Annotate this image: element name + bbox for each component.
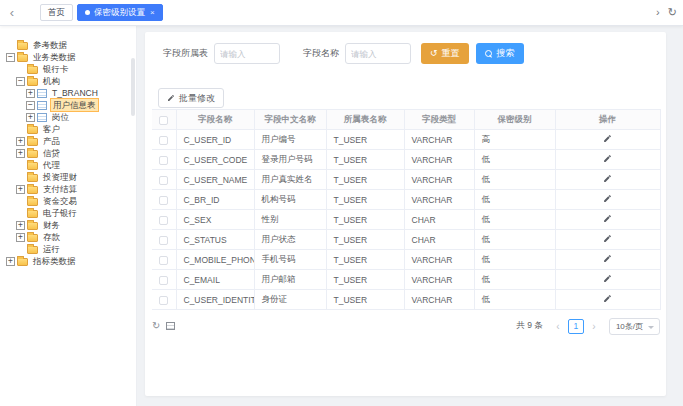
table-row: C_USER_CODE登录用户号码T_USERVARCHAR低: [152, 150, 660, 170]
tree-node-资金交易[interactable]: 资金交易: [0, 195, 136, 207]
tree-node-参考数据[interactable]: 参考数据: [0, 39, 136, 51]
table-cell: 低: [474, 210, 555, 230]
edit-row-icon[interactable]: [603, 174, 612, 183]
row-checkbox[interactable]: [159, 236, 168, 245]
tree-node-代理[interactable]: 代理: [0, 159, 136, 171]
collapse-icon[interactable]: −: [26, 101, 35, 110]
edit-row-icon[interactable]: [603, 154, 612, 163]
reset-button[interactable]: ↺ 重置: [421, 43, 469, 64]
tree-node-机构[interactable]: −机构: [0, 75, 136, 87]
table-icon: [37, 101, 47, 110]
search-button[interactable]: 搜索: [476, 43, 524, 64]
collapse-icon[interactable]: −: [6, 53, 15, 62]
active-dot-icon: [85, 10, 90, 15]
table-cell: 性别: [254, 210, 326, 230]
edit-row-icon[interactable]: [603, 134, 612, 143]
table-cell: 用户状态: [254, 230, 326, 250]
expand-icon[interactable]: +: [16, 149, 25, 158]
tree-node-label: 存款: [41, 231, 62, 243]
sidebar-scrollbar[interactable]: [131, 58, 135, 116]
tab-active[interactable]: 保密级别设置×: [77, 4, 163, 21]
table-cell: 用户编号: [254, 130, 326, 150]
expand-icon[interactable]: +: [6, 257, 15, 266]
table-cell: C_USER_IDENTITY: [176, 290, 254, 310]
field-name-input[interactable]: [345, 43, 411, 64]
tree-node-支付结算[interactable]: +支付结算: [0, 183, 136, 195]
row-checkbox[interactable]: [159, 136, 168, 145]
tree-node-产品[interactable]: +产品: [0, 135, 136, 147]
field-table-input[interactable]: [214, 43, 280, 64]
row-checkbox[interactable]: [159, 156, 168, 165]
tree-node-label: 财务: [41, 219, 62, 231]
folder-icon: [27, 126, 38, 134]
table-cell: VARCHAR: [404, 290, 474, 310]
expand-icon[interactable]: +: [26, 89, 35, 98]
prev-page-button[interactable]: ‹: [551, 319, 565, 334]
tree-node-label: 信贷: [41, 147, 62, 159]
edit-row-icon[interactable]: [603, 274, 612, 283]
expand-icon[interactable]: +: [16, 233, 25, 242]
tree-node-信贷[interactable]: +信贷: [0, 147, 136, 159]
table-row: C_USER_IDENTITY身份证T_USERVARCHAR低: [152, 290, 660, 310]
edit-row-icon[interactable]: [603, 294, 612, 303]
edit-row-icon[interactable]: [603, 234, 612, 243]
table-cell: VARCHAR: [404, 130, 474, 150]
folder-icon: [27, 78, 38, 86]
collapse-icon[interactable]: −: [16, 77, 25, 86]
folder-icon: [27, 246, 38, 254]
tree-node-存款[interactable]: +存款: [0, 231, 136, 243]
row-actions: [555, 230, 660, 250]
tree-indent: [16, 125, 25, 134]
refresh-table-icon[interactable]: ↻: [152, 321, 160, 331]
row-checkbox[interactable]: [159, 256, 168, 265]
table-row: C_STATUS用户状态T_USERCHAR低: [152, 230, 660, 250]
row-actions: [555, 290, 660, 310]
folder-icon: [27, 162, 38, 170]
row-checkbox[interactable]: [159, 196, 168, 205]
select-all-checkbox[interactable]: [159, 116, 168, 125]
tree-node-客户[interactable]: 客户: [0, 123, 136, 135]
folder-icon: [27, 222, 38, 230]
tab-scroll-left-icon[interactable]: ‹: [6, 6, 18, 19]
tree-node-岗位[interactable]: +岗位: [0, 111, 136, 123]
row-checkbox[interactable]: [159, 276, 168, 285]
chevron-down-icon: [648, 326, 654, 329]
tree-node-业务类数据[interactable]: −业务类数据: [0, 51, 136, 63]
tab-item[interactable]: 首页: [40, 4, 73, 21]
tree-node-财务[interactable]: +财务: [0, 219, 136, 231]
folder-icon: [17, 42, 28, 50]
row-checkbox[interactable]: [159, 216, 168, 225]
next-page-button[interactable]: ›: [587, 319, 601, 334]
row-actions: [555, 130, 660, 150]
close-tab-icon[interactable]: ×: [150, 8, 155, 17]
tree-node-电子银行[interactable]: 电子银行: [0, 207, 136, 219]
expand-icon[interactable]: +: [16, 137, 25, 146]
tree-node-label: 运行: [41, 243, 62, 255]
table-cell: 低: [474, 290, 555, 310]
tree-node-银行卡[interactable]: 银行卡: [0, 63, 136, 75]
table-icon: [37, 113, 47, 122]
folder-icon: [27, 138, 38, 146]
tree-node-运行[interactable]: 运行: [0, 243, 136, 255]
tab-scroll-right-icon[interactable]: ›: [656, 7, 660, 18]
tree-node-用户信息表[interactable]: −用户信息表: [0, 99, 136, 111]
page-size-select[interactable]: 10条/页: [609, 318, 660, 335]
page-number-button[interactable]: 1: [568, 319, 584, 334]
batch-edit-button[interactable]: 批量修改: [158, 88, 224, 108]
tree-node-投资理财[interactable]: 投资理财: [0, 171, 136, 183]
row-checkbox[interactable]: [159, 176, 168, 185]
tree-node-指标类数据[interactable]: +指标类数据: [0, 255, 136, 267]
column-settings-icon[interactable]: [166, 322, 175, 330]
screen: ‹ 首页保密级别设置× › ↻ 参考数据−业务类数据银行卡−机构+T_BRANC…: [0, 0, 683, 406]
table-cell: VARCHAR: [404, 150, 474, 170]
refresh-page-icon[interactable]: ↻: [668, 7, 677, 18]
expand-icon[interactable]: +: [26, 113, 35, 122]
edit-row-icon[interactable]: [603, 214, 612, 223]
table-cell: C_BR_ID: [176, 190, 254, 210]
table-icon: [37, 89, 47, 98]
edit-row-icon[interactable]: [603, 254, 612, 263]
expand-icon[interactable]: +: [16, 185, 25, 194]
row-checkbox[interactable]: [159, 296, 168, 305]
edit-row-icon[interactable]: [603, 194, 612, 203]
expand-icon[interactable]: +: [16, 221, 25, 230]
